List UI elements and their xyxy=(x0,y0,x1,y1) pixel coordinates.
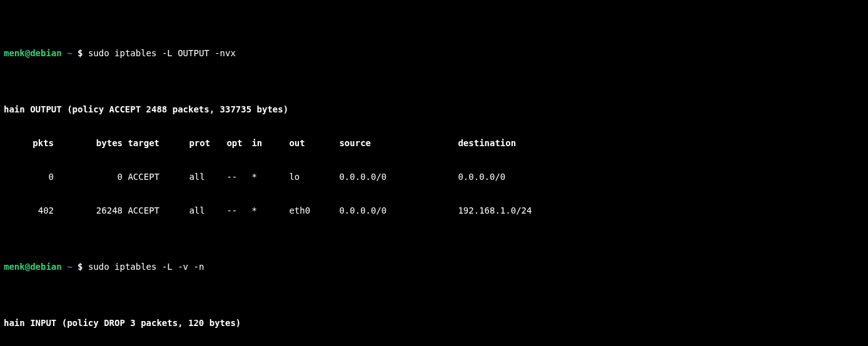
userhost: menk@debian xyxy=(4,48,62,58)
command-1: sudo iptables -L OUTPUT -nvx xyxy=(88,48,236,58)
prompt-line-2: menk@debian ~ $ sudo iptables -L -v -n xyxy=(4,261,864,272)
prompt-dollar: $ xyxy=(78,262,83,272)
cwd-tilde: ~ xyxy=(67,48,72,58)
table-row: 40226248 ACCEPTall--*eth00.0.0.0/0192.16… xyxy=(4,205,864,216)
chain-input-header: hain INPUT (policy DROP 3 packets, 120 b… xyxy=(4,317,864,329)
command-2: sudo iptables -L -v -n xyxy=(88,262,204,272)
table-row: 00 ACCEPTall--*lo0.0.0.0/00.0.0.0/0 xyxy=(4,171,864,182)
table-header-1: pktsbytes targetprotoptinoutsourcedestin… xyxy=(4,137,864,149)
prompt-dollar: $ xyxy=(78,48,83,58)
terminal[interactable]: menk@debian ~ $ sudo iptables -L OUTPUT … xyxy=(0,0,868,346)
cwd-tilde: ~ xyxy=(67,262,72,272)
prompt-line-1: menk@debian ~ $ sudo iptables -L OUTPUT … xyxy=(4,47,864,59)
chain-output-header-1: hain OUTPUT (policy ACCEPT 2488 packets,… xyxy=(4,104,864,115)
userhost: menk@debian xyxy=(4,262,62,272)
